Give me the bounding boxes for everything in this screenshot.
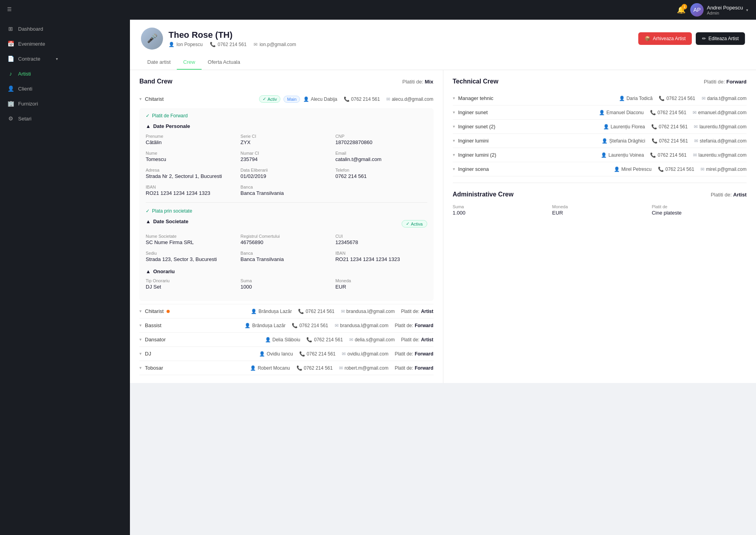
field-numar-ci: Numar CI 235794 <box>241 151 332 162</box>
tech-contact-manager: 👤 Daria Todică 📞 0762 214 561 ✉ daria.t@… <box>619 96 747 101</box>
activa-badge: ✓ Activa <box>402 220 427 228</box>
tech-contact-inginer-scena: 👤 Mirel Petrescu 📞 0762 214 561 ✉ mirel.… <box>614 167 747 172</box>
tech-member-inginer-lumini: ▾ Inginer lumini 👤 Ștefania Drăghici 📞 0… <box>453 134 747 148</box>
person-icon: 👤 Emanuel Diaconu <box>599 110 644 115</box>
tech-role-inginer-lumini-2: Inginer lumini (2) <box>458 152 598 158</box>
sidebar: ☰ ⊞ Dashboard 📅 Evenimente 📄 Contracte ▾… <box>0 0 65 535</box>
tab-date-artist[interactable]: Date artist <box>141 55 177 70</box>
chevron-up-icon: ▲ <box>146 123 151 129</box>
chevron-up-icon: ▲ <box>146 218 151 224</box>
tech-member-inginer-sunet-2-header[interactable]: ▾ Inginer sunet (2) 👤 Laurențiu Florea 📞… <box>453 120 747 133</box>
field-prenume: Prenume Cătălin <box>146 134 237 145</box>
tech-member-inginer-sunet-header[interactable]: ▾ Inginer sunet 👤 Emanuel Diaconu 📞 0762… <box>453 106 747 119</box>
crew-contact-1: 👤 Alecu Dabija 📞 0762 214 561 ✉ alecu.d@… <box>303 96 433 102</box>
edit-artist-button[interactable]: ✏ Editeaza Artist <box>696 32 745 45</box>
phone-icon: 📞 0762 214 561 <box>296 365 333 371</box>
chevron-down-icon: ▾ <box>56 57 58 61</box>
band-crew-paid-by: Platiti de: Mix <box>402 79 434 85</box>
tech-member-manager-header[interactable]: ▾ Manager tehnic 👤 Daria Todică 📞 0762 2… <box>453 91 747 105</box>
sidebar-item-dashboard[interactable]: ⊞ Dashboard <box>0 22 65 36</box>
email-icon: ✉ alecu.d@gmail.com <box>386 96 434 102</box>
societate-data-grid: Nume Societate SC Nume Firma SRL Registr… <box>146 234 427 262</box>
chevron-icon: ▾ <box>453 138 455 143</box>
field-tip-onorariu: Tip Onorariu DJ Set <box>146 278 237 290</box>
dot-orange <box>167 310 170 313</box>
crew-member-chitarist-1-header[interactable]: ▾ Chitarist ✓ Activ Main 👤 Alecu Dabija … <box>139 91 434 107</box>
check-circle-icon: ✓ <box>146 208 150 214</box>
email-icon: ✉ laurentiu.f@gmail.com <box>694 124 747 130</box>
field-iban-personal: IBAN RO21 1234 1234 1234 1323 <box>146 185 237 196</box>
crew-contact-2: 👤 Brândușa Lazăr 📞 0762 214 561 ✉ brandu… <box>251 309 433 314</box>
person-icon: 👤 Ștefania Drăghici <box>602 138 645 144</box>
admin-crew-title: Administrative Crew <box>453 191 514 198</box>
sidebar-label-evenimente: Evenimente <box>18 41 45 47</box>
sidebar-item-clienti[interactable]: 👤 Clienti <box>0 81 65 96</box>
badge-main: Main <box>284 96 300 103</box>
tech-contact-inginer-lumini: 👤 Ștefania Drăghici 📞 0762 214 561 ✉ ste… <box>602 138 747 144</box>
crew-member-chitarist-2-header[interactable]: ▾ Chitarist 👤 Brândușa Lazăr 📞 0762 214 … <box>139 304 434 318</box>
crew-role-chitarist-1: Chitarist <box>145 96 256 102</box>
sidebar-item-contracte[interactable]: 📄 Contracte ▾ <box>0 52 65 66</box>
crew-member-dansator: ▾ Dansator 👤 Delia Slăboiu 📞 0762 214 56… <box>139 333 434 347</box>
plata-societate-label: ✓ Plata prin societate <box>146 208 427 214</box>
date-societate-title[interactable]: ▲ Date Societate <box>146 218 188 224</box>
artist-actions: 📦 Arhiveaza Artist ✏ Editeaza Artist <box>638 32 745 45</box>
main-content: 🎤 Theo Rose (TH) 👤 Ion Popescu 📞 0762 21… <box>130 20 756 535</box>
crew-role-dansator: Dansator <box>145 337 262 342</box>
tech-role-inginer-lumini: Inginer lumini <box>458 138 599 144</box>
crew-member-bassist-header[interactable]: ▾ Bassist 👤 Brândușa Lazăr 📞 0762 214 56… <box>139 318 434 332</box>
admin-crew-paid-by: Platiti de: Artist <box>711 192 747 198</box>
onorariu-header[interactable]: ▲ Onorariu <box>146 268 427 274</box>
technical-crew-panel: Technical Crew Platiti de: Forward ▾ Man… <box>443 70 756 383</box>
hamburger-icon[interactable]: ☰ <box>0 0 65 19</box>
setari-icon: ⚙ <box>7 115 14 122</box>
tech-member-inginer-scena-header[interactable]: ▾ Inginer scena 👤 Mirel Petrescu 📞 0762 … <box>453 162 747 176</box>
email-icon: ✉ brandusa.l@gmail.com <box>335 323 389 328</box>
field-banca-soc: Banca Banca Transilvania <box>241 251 332 262</box>
tech-member-inginer-lumini-header[interactable]: ▾ Inginer lumini 👤 Ștefania Drăghici 📞 0… <box>453 134 747 148</box>
crew-role-chitarist-2: Chitarist <box>145 308 248 314</box>
chevron-icon: ▾ <box>453 152 455 157</box>
tech-role-inginer-sunet: Inginer sunet <box>458 109 596 115</box>
field-serie-ci: Serie CI ZYX <box>241 134 332 145</box>
tech-member-inginer-scena: ▾ Inginer scena 👤 Mirel Petrescu 📞 0762 … <box>453 162 747 176</box>
person-icon: 👤 Brândușa Lazăr <box>245 323 285 328</box>
band-crew-header: Band Crew Platiti de: Mix <box>139 78 434 85</box>
archive-artist-button[interactable]: 📦 Arhiveaza Artist <box>638 32 692 45</box>
person-icon: 👤 Robert Mocanu <box>250 365 290 371</box>
onorariu-data-grid: Tip Onorariu DJ Set Suma 1000 Moneda EUR <box>146 278 427 290</box>
admin-crew-header: Administrative Crew Platiti de: Artist <box>453 191 747 198</box>
tech-role-manager: Manager tehnic <box>458 95 616 101</box>
sidebar-label-setari: Setari <box>18 116 32 122</box>
crew-member-tobosar: ▾ Tobosar 👤 Robert Mocanu 📞 0762 214 561… <box>139 361 434 375</box>
dashboard-icon: ⊞ <box>7 26 14 32</box>
tech-member-inginer-sunet-2: ▾ Inginer sunet (2) 👤 Laurențiu Florea 📞… <box>453 120 747 134</box>
phone-icon: 📞 0762 214 561 <box>650 110 686 115</box>
content-area: Band Crew Platiti de: Mix ▾ Chitarist ✓ … <box>130 70 756 383</box>
tech-member-inginer-lumini-2-header[interactable]: ▾ Inginer lumini (2) 👤 Laurențiu Voinea … <box>453 148 747 162</box>
sidebar-item-setari[interactable]: ⚙ Setari <box>0 111 65 126</box>
notifications-button[interactable]: 🔔 1 <box>677 6 686 14</box>
admin-field-suma: Suma 1.000 <box>453 204 548 216</box>
tech-contact-inginer-lumini-2: 👤 Laurențiu Voinea 📞 0762 214 561 ✉ laur… <box>601 152 747 158</box>
tab-oferta-actuala[interactable]: Oferta Actuala <box>202 55 246 70</box>
tab-crew[interactable]: Crew <box>177 55 201 70</box>
chevron-icon: ▾ <box>453 124 455 129</box>
band-crew-title: Band Crew <box>139 78 172 85</box>
date-personale-header[interactable]: ▲ Date Personale <box>146 123 427 129</box>
person-icon: 👤 <box>169 42 174 47</box>
phone-icon: 📞 0762 214 561 <box>651 124 687 130</box>
chevron-icon: ▾ <box>139 365 142 370</box>
email-icon: ✉ brandusa.l@gmail.com <box>341 309 395 314</box>
sidebar-item-artisti[interactable]: ♪ Artisti <box>0 67 65 81</box>
crew-member-tobosar-header[interactable]: ▾ Tobosar 👤 Robert Mocanu 📞 0762 214 561… <box>139 361 434 375</box>
crew-member-dj-header[interactable]: ▾ DJ 👤 Ovidiu Iancu 📞 0762 214 561 ✉ ovi… <box>139 347 434 361</box>
crew-member-dansator-header[interactable]: ▾ Dansator 👤 Delia Slăboiu 📞 0762 214 56… <box>139 333 434 346</box>
sidebar-item-furnizori[interactable]: 🏢 Furnizori <box>0 96 65 111</box>
tech-crew-paid-by: Platiti de: Forward <box>704 79 747 85</box>
user-menu[interactable]: AP Andrei Popescu Admin ▾ <box>690 3 748 17</box>
artist-header-top: 🎤 Theo Rose (TH) 👤 Ion Popescu 📞 0762 21… <box>141 28 745 50</box>
crew-member-chitarist-1: ▾ Chitarist ✓ Activ Main 👤 Alecu Dabija … <box>139 91 434 304</box>
furnizori-icon: 🏢 <box>7 100 14 107</box>
sidebar-item-evenimente[interactable]: 📅 Evenimente <box>0 37 65 51</box>
